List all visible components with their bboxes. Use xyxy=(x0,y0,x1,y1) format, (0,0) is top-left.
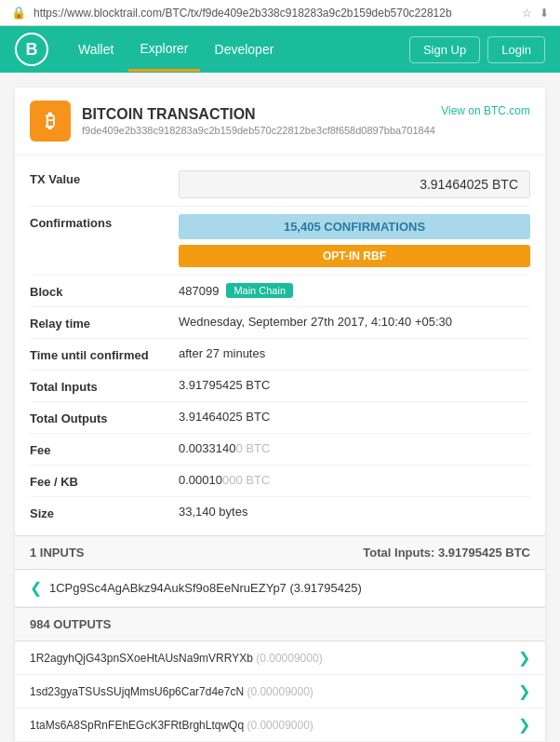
outputs-count: 984 OUTPUTS xyxy=(30,617,111,631)
block-number: 487099 xyxy=(179,284,219,298)
tx-details: TX Value 3.91464025 BTC Confirmations 15… xyxy=(15,155,545,535)
inputs-count: 1 INPUTS xyxy=(30,546,85,560)
chevron-right-icon: ❯ xyxy=(518,682,530,700)
inputs-section-header: 1 INPUTS Total Inputs: 3.91795425 BTC xyxy=(15,535,545,570)
fee-label: Fee xyxy=(30,441,179,457)
output-address: 1taMs6A8SpRnFEhEGcK3FRtBrghLtqwQq (0.000… xyxy=(30,719,313,732)
tx-value-field: 3.91464025 BTC xyxy=(179,170,530,198)
tx-header-left: ₿ BITCOIN TRANSACTION f9de409e2b338c9182… xyxy=(30,101,435,142)
relay-time-row: Relay time Wednesday, September 27th 201… xyxy=(30,307,530,339)
time-confirmed-row: Time until confirmed after 27 minutes xyxy=(30,339,530,371)
url-text: https://www.blocktrail.com/BTC/tx/f9de40… xyxy=(33,7,514,20)
chevron-right-icon: ❯ xyxy=(518,716,530,734)
total-inputs-row: Total Inputs 3.91795425 BTC xyxy=(30,371,530,402)
tx-header: ₿ BITCOIN TRANSACTION f9de409e2b338c9182… xyxy=(15,88,545,155)
download-icon[interactable]: ⬇ xyxy=(540,7,549,20)
input-address: 1CPg9Sc4AgABkz94AukSf9o8EeNruEZYp7 (3.91… xyxy=(49,581,362,595)
outputs-section-header: 984 OUTPUTS xyxy=(15,607,545,641)
output-item[interactable]: 1R2agyhQjG43pnSXoeHtAUsNa9mVRRYXb (0.000… xyxy=(15,641,545,675)
total-inputs-label: Total Inputs xyxy=(30,378,179,394)
navbar: B Wallet Explorer Developer Sign Up Logi… xyxy=(0,26,560,73)
output-amount: (0.00009000) xyxy=(256,652,322,665)
brand-letter: B xyxy=(26,40,38,60)
size-row: Size 33,140 bytes xyxy=(30,497,530,528)
block-value: 487099 Main Chain xyxy=(179,283,530,298)
lock-icon: 🔒 xyxy=(11,6,26,20)
output-address: 1R2agyhQjG43pnSXoeHtAUsNa9mVRRYXb (0.000… xyxy=(30,652,323,665)
fee-subtle: 0 BTC xyxy=(235,441,270,455)
input-item[interactable]: ❮ 1CPg9Sc4AgABkz94AukSf9o8EeNruEZYp7 (3.… xyxy=(15,570,545,607)
block-row: Block 487099 Main Chain xyxy=(30,276,530,307)
total-outputs-value: 3.91464025 BTC xyxy=(179,410,530,424)
transaction-card: ₿ BITCOIN TRANSACTION f9de409e2b338c9182… xyxy=(15,88,545,742)
time-confirmed-value: after 27 minutes xyxy=(179,346,530,360)
fee-kb-label: Fee / KB xyxy=(30,473,179,489)
btc-icon: ₿ xyxy=(30,101,71,142)
total-inputs-value: 3.91795425 BTC xyxy=(179,378,530,392)
relay-time-label: Relay time xyxy=(30,315,179,331)
tx-value-label: TX Value xyxy=(30,170,179,186)
fee-kb-value: 0.00010000 BTC xyxy=(179,473,530,487)
signup-button[interactable]: Sign Up xyxy=(409,36,480,63)
size-value: 33,140 bytes xyxy=(179,505,530,519)
total-outputs-label: Total Outputs xyxy=(30,410,179,425)
view-on-btc-link[interactable]: View on BTC.com xyxy=(441,104,530,117)
chevron-left-icon: ❮ xyxy=(30,579,42,597)
total-outputs-row: Total Outputs 3.91464025 BTC xyxy=(30,402,530,434)
fee-main: 0.0033140 xyxy=(179,441,235,455)
output-amount: (0.00009000) xyxy=(247,685,313,698)
nav-wallet[interactable]: Wallet xyxy=(67,29,125,70)
fee-row: Fee 0.00331400 BTC xyxy=(30,434,530,465)
nav-right: Sign Up Login xyxy=(409,36,545,63)
inputs-list: ❮ 1CPg9Sc4AgABkz94AukSf9o8EeNruEZYp7 (3.… xyxy=(15,570,545,607)
size-label: Size xyxy=(30,505,179,520)
fee-value: 0.00331400 BTC xyxy=(179,441,530,455)
output-item[interactable]: 1sd23gyaTSUsSUjqMmsU6p6Car7d4e7cN (0.000… xyxy=(15,675,545,708)
confirmations-box: 15,405 CONFIRMATIONS xyxy=(179,214,530,239)
star-icon[interactable]: ☆ xyxy=(522,7,532,20)
nav-links: Wallet Explorer Developer xyxy=(67,28,409,72)
rbf-box: OPT-IN RBF xyxy=(179,245,530,267)
outputs-list: 1R2agyhQjG43pnSXoeHtAUsNa9mVRRYXb (0.000… xyxy=(15,641,545,742)
url-action-icons: ☆ ⬇ xyxy=(522,7,549,20)
tx-value-box: 3.91464025 BTC xyxy=(179,170,530,198)
fee-kb-main: 0.00010 xyxy=(179,473,222,487)
tx-value-row: TX Value 3.91464025 BTC xyxy=(30,163,530,207)
url-bar: 🔒 https://www.blocktrail.com/BTC/tx/f9de… xyxy=(0,0,560,26)
main-chain-badge: Main Chain xyxy=(226,283,293,298)
confirmations-label: Confirmations xyxy=(30,214,179,230)
output-item[interactable]: 1taMs6A8SpRnFEhEGcK3FRtBrghLtqwQq (0.000… xyxy=(15,708,545,742)
output-amount: (0.00009000) xyxy=(247,719,313,732)
tx-hash: f9de409e2b338c918283a9c2b159deb570c22812… xyxy=(82,125,435,136)
time-confirmed-label: Time until confirmed xyxy=(30,346,179,362)
block-field: 487099 Main Chain xyxy=(179,283,530,298)
output-address: 1sd23gyaTSUsSUjqMmsU6p6Car7d4e7cN (0.000… xyxy=(30,685,313,698)
tx-title-block: BITCOIN TRANSACTION f9de409e2b338c918283… xyxy=(82,106,435,136)
tx-title: BITCOIN TRANSACTION xyxy=(82,106,435,123)
login-button[interactable]: Login xyxy=(487,36,545,63)
confirmations-field: 15,405 CONFIRMATIONS OPT-IN RBF xyxy=(179,214,530,267)
brand-logo[interactable]: B xyxy=(15,33,48,66)
relay-time-value: Wednesday, September 27th 2017, 4:10:40 … xyxy=(179,315,530,329)
confirmations-row: Confirmations 15,405 CONFIRMATIONS OPT-I… xyxy=(30,207,530,276)
chevron-right-icon: ❯ xyxy=(518,649,530,667)
fee-kb-subtle: 000 BTC xyxy=(222,473,270,487)
nav-developer[interactable]: Developer xyxy=(204,29,286,70)
fee-kb-row: Fee / KB 0.00010000 BTC xyxy=(30,465,530,497)
nav-explorer[interactable]: Explorer xyxy=(128,28,199,72)
block-label: Block xyxy=(30,283,179,299)
inputs-total: Total Inputs: 3.91795425 BTC xyxy=(363,546,530,560)
